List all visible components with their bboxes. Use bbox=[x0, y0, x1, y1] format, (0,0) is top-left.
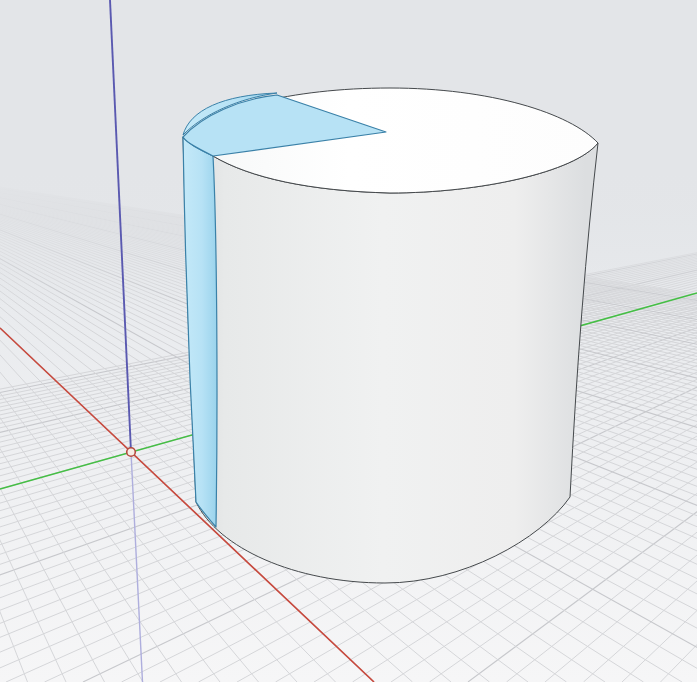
cylinder-model[interactable] bbox=[183, 88, 598, 583]
scene-3d[interactable] bbox=[0, 0, 697, 682]
viewport-canvas[interactable] bbox=[0, 0, 697, 682]
cylinder-side-face[interactable] bbox=[183, 137, 598, 583]
origin-marker bbox=[127, 448, 136, 457]
